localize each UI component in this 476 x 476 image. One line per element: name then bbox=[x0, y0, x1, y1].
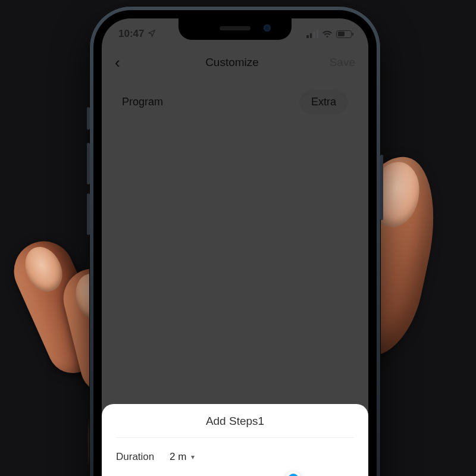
slider-thumb[interactable] bbox=[286, 471, 301, 476]
volume-up-button bbox=[87, 143, 90, 184]
add-step-sheet: Add Steps1 Duration 2 m ▾ Pressure bbox=[102, 404, 368, 476]
cellular-signal-icon bbox=[306, 30, 318, 38]
iphone-frame: ‹ Customize Save Program Extra 10:47 bbox=[89, 6, 381, 476]
duration-picker[interactable]: 2 m ▾ bbox=[170, 451, 195, 463]
location-icon bbox=[148, 29, 156, 39]
mute-switch bbox=[87, 107, 90, 130]
duration-label: Duration bbox=[116, 451, 161, 463]
status-time: 10:47 bbox=[118, 28, 144, 40]
battery-icon bbox=[336, 30, 352, 38]
duration-value: 2 m bbox=[170, 451, 186, 463]
wifi-icon bbox=[322, 30, 333, 38]
duration-row: Duration 2 m ▾ bbox=[116, 451, 354, 463]
display-notch bbox=[178, 18, 292, 40]
phone-screen: ‹ Customize Save Program Extra 10:47 bbox=[102, 18, 368, 476]
chevron-down-icon: ▾ bbox=[191, 453, 195, 461]
sheet-title: Add Steps1 bbox=[116, 415, 354, 438]
power-button bbox=[380, 155, 383, 220]
volume-down-button bbox=[87, 193, 90, 235]
